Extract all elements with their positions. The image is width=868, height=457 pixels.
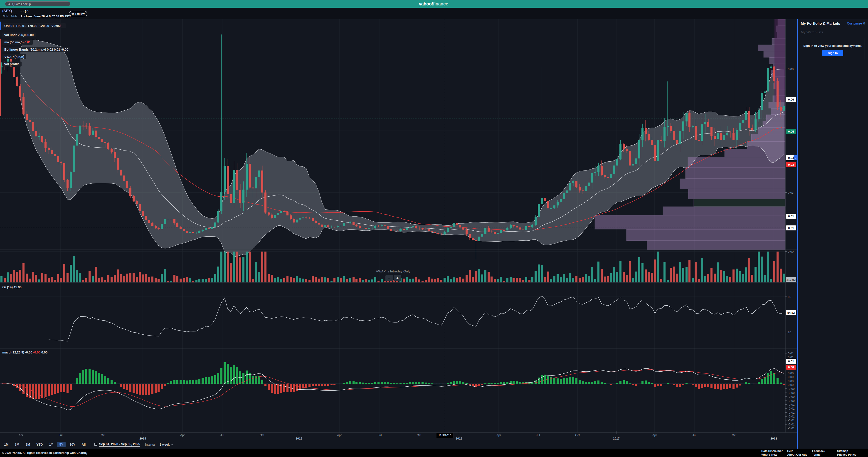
svg-text:0.01: 0.01 <box>788 352 794 355</box>
page-footer: © 2025 Yahoo. All rights reserved.In par… <box>0 449 868 457</box>
svg-text:›: › <box>795 156 796 160</box>
indicator-pill[interactable]: vol profile <box>2 62 22 66</box>
svg-text:0.06: 0.06 <box>788 98 794 101</box>
range-button-6m[interactable]: 6M <box>23 442 32 447</box>
search-icon <box>7 2 10 5</box>
svg-text:Oct: Oct <box>101 433 105 437</box>
zoom-out-button[interactable]: − <box>385 275 393 281</box>
rangebar-divider <box>91 442 91 447</box>
svg-text:Apr: Apr <box>652 433 657 437</box>
top-header-bar: Quote Lookup yahoo!finance <box>0 0 868 8</box>
svg-text:2016: 2016 <box>456 437 462 440</box>
svg-text:Apr: Apr <box>337 433 342 437</box>
svg-text:2015: 2015 <box>296 437 302 440</box>
footer-link-column: FeedbackTerms <box>812 449 825 457</box>
range-button-ytd[interactable]: YTD <box>34 442 45 447</box>
svg-text:Apr: Apr <box>496 433 501 437</box>
range-button-all[interactable]: All <box>80 442 88 447</box>
ticker-exchange: YHD · USD <box>2 14 17 18</box>
svg-text:rsi (14) 45.90: rsi (14) 45.90 <box>2 285 22 289</box>
svg-text:80: 80 <box>788 295 791 299</box>
svg-text:Jul: Jul <box>378 433 382 437</box>
footer-link[interactable]: What's New <box>761 453 783 457</box>
signin-box: Sign-in to view your list and add symbol… <box>801 38 865 60</box>
footer-link[interactable]: Help <box>787 449 807 453</box>
svg-text:210.92: 210.92 <box>786 278 796 281</box>
range-button-1y[interactable]: 1Y <box>47 442 55 447</box>
search-placeholder: Quote Lookup <box>12 2 31 6</box>
footer-link[interactable]: Feedback <box>812 449 825 453</box>
svg-text:0.03: 0.03 <box>788 163 794 166</box>
indicator-pill[interactable]: ma (50,ma,0) 0.01 <box>2 40 33 45</box>
svg-text:2014: 2014 <box>140 437 146 440</box>
svg-text:-0.01: -0.01 <box>788 423 795 426</box>
yahoo-finance-chart-page: Quote Lookup yahoo!finance (SPX) YHD · U… <box>0 0 868 457</box>
footer-link-column: SitemapPrivacy Policy <box>837 449 857 457</box>
ohlc-item: C:0.00 <box>39 24 49 28</box>
footer-link[interactable]: Privacy Policy <box>837 453 857 457</box>
ohlc-item: O:0.01 <box>4 24 14 28</box>
range-button-10y[interactable]: 10Y <box>67 442 78 447</box>
panel-accent-red <box>0 39 1 116</box>
svg-text:Jul: Jul <box>536 433 540 437</box>
svg-text:2017: 2017 <box>613 437 620 440</box>
svg-text:0.01: 0.01 <box>788 356 794 359</box>
ticker-symbol: (SPX) <box>2 9 12 13</box>
svg-text:0.05: 0.05 <box>788 130 794 133</box>
indicator-pill[interactable]: VWAP (n,n,n) <box>2 54 26 59</box>
vwap-intraday-note: VWAP is Intraday Only <box>376 269 410 273</box>
date-range-picker[interactable]: Sep 04, 2020 - Sep 05, 2025 <box>99 442 140 447</box>
footer-link-column: HelpAbout Our Ads <box>787 449 807 457</box>
interval-dropdown[interactable]: 1 week <box>160 443 172 446</box>
svg-text:0.01: 0.01 <box>788 226 794 230</box>
sidebar-title: My Portfolio & Markets <box>801 22 840 26</box>
svg-text:0.04: 0.04 <box>788 156 794 160</box>
svg-text:Oct: Oct <box>260 433 265 437</box>
chevron-down-icon <box>171 444 173 446</box>
footer-link[interactable]: About Our Ads <box>787 453 807 457</box>
footer-link[interactable]: Sitemap <box>837 449 857 453</box>
follow-button[interactable]: ☆ Follow <box>69 11 87 17</box>
svg-text:20: 20 <box>788 331 791 334</box>
quote-lookup-search[interactable]: Quote Lookup <box>5 1 70 6</box>
svg-text:macd (12,26,9) -0.00 -0.00 0.: macd (12,26,9) -0.00 -0.00 0.00 <box>2 351 48 354</box>
ohlc-item: H:0.01 <box>17 24 26 28</box>
copyright-text: © 2025 Yahoo. All rights reserved.In par… <box>2 451 87 455</box>
gear-icon: ⚙ <box>863 22 866 25</box>
svg-text:-0.01: -0.01 <box>788 403 795 406</box>
svg-text:0.03: 0.03 <box>788 191 794 194</box>
indicator-pill[interactable]: vol undr 295,000.00 <box>2 32 36 37</box>
chart-area[interactable]: 11/9/2015AprJulOct2014AprJulOct2015AprJu… <box>0 19 797 440</box>
interval-label: Interval: <box>145 443 156 446</box>
svg-text:Jul: Jul <box>220 433 224 437</box>
svg-text:0.00: 0.00 <box>788 375 794 379</box>
zoom-in-button[interactable]: + <box>394 275 401 281</box>
yahoo-finance-logo[interactable]: yahoo!finance <box>419 1 448 7</box>
ohlc-item: L:0.00 <box>28 24 37 28</box>
svg-text:-0.01: -0.01 <box>788 419 795 422</box>
range-button-5y[interactable]: 5Y <box>57 442 65 447</box>
svg-text:0.00: 0.00 <box>788 366 794 369</box>
svg-text:-0.00: -0.00 <box>788 399 795 402</box>
svg-text:Jul: Jul <box>692 433 696 437</box>
svg-text:-0.01: -0.01 <box>788 411 795 414</box>
svg-text:0.08: 0.08 <box>788 67 794 71</box>
range-button-3m[interactable]: 3M <box>12 442 21 447</box>
footer-link[interactable]: Data Disclaimer <box>761 449 783 453</box>
svg-text:Oct: Oct <box>417 433 422 437</box>
svg-text:0.01: 0.01 <box>788 215 794 218</box>
indicator-pill[interactable]: Bollinger Bands (20,2,ma,y) 0.02 0.01 -0… <box>2 47 70 52</box>
sign-in-button[interactable]: Sign In <box>823 50 843 56</box>
range-button-1m[interactable]: 1M <box>2 442 11 447</box>
zoom-controls: − + <box>385 275 401 281</box>
svg-text:-0.00: -0.00 <box>788 391 795 395</box>
svg-text:-0.01: -0.01 <box>788 415 795 418</box>
range-bar: 1M3M6MYTD1Y5Y10YAll Sep 04, 2020 - Sep 0… <box>0 440 797 449</box>
star-icon: ☆ <box>71 12 74 16</box>
svg-text:0.00: 0.00 <box>788 371 794 375</box>
svg-text:Apr: Apr <box>180 433 185 437</box>
customize-link[interactable]: Customize ⚙ <box>847 22 866 25</box>
ohlc-item: V:295k <box>51 24 61 28</box>
price-chart-canvas[interactable]: 11/9/2015AprJulOct2014AprJulOct2015AprJu… <box>0 19 797 440</box>
footer-link[interactable]: Terms <box>812 453 825 457</box>
